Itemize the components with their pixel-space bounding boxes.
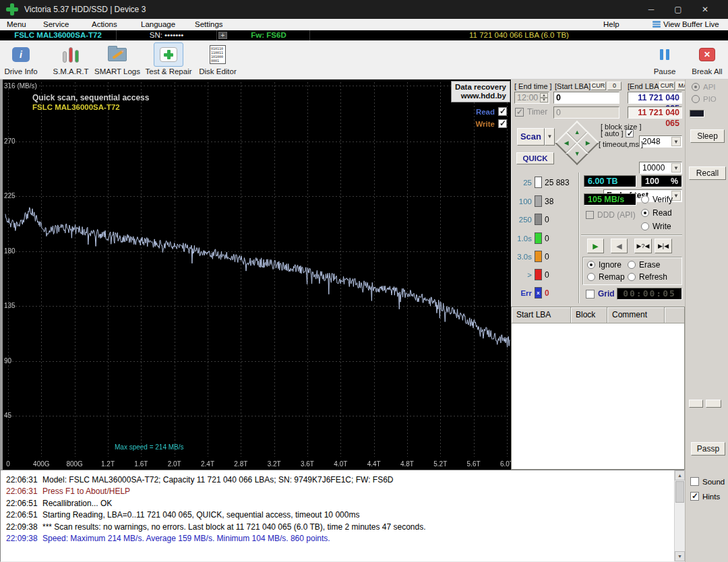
table-header-comment[interactable]: Comment <box>607 307 665 323</box>
seek-end-button[interactable]: ▶|◀ <box>655 239 672 253</box>
timer-checkbox[interactable] <box>515 108 524 117</box>
smart-button[interactable]: S.M.A.R.T <box>49 42 93 75</box>
verify-row: Verify <box>641 195 673 204</box>
quick-button[interactable]: QUICK <box>516 152 554 164</box>
bucket-swatch <box>535 269 542 280</box>
bucket-row: 10038 <box>514 195 553 207</box>
title-bar: Victoria 5.37 HDD/SSD | Device 3 ─ ▢ ✕ <box>0 0 728 19</box>
start-lba-zero-button[interactable]: 0 <box>607 82 621 90</box>
binary-page-icon: 010110 110011 101000 0001 <box>210 45 226 64</box>
timeout-select[interactable]: 10000▼ <box>639 162 682 174</box>
start-lba-cur-button[interactable]: CUR <box>590 82 606 90</box>
play-button[interactable]: ▶ <box>587 239 604 253</box>
passp-button[interactable]: Passp <box>691 442 725 456</box>
bucket-row: 1.0s0 <box>514 232 549 244</box>
menu-item-service[interactable]: Service <box>43 20 69 30</box>
timer-input[interactable]: 0 <box>553 106 619 119</box>
sleep-button[interactable]: Sleep <box>690 129 725 143</box>
device-serial: SN: ••••••• <box>117 30 217 40</box>
pio-radio[interactable] <box>692 95 700 103</box>
bucket-row: 2525 883 <box>514 177 570 188</box>
defect-table[interactable]: Start LBA Block Comment <box>511 307 685 470</box>
speed-lcd: 105 MB/s <box>584 193 636 206</box>
drive-info-button[interactable]: i Drive Info <box>1 42 40 75</box>
menu-item-menu[interactable]: Menu <box>7 20 26 30</box>
scroll-up-icon[interactable]: ▲ <box>675 470 685 480</box>
bucket-row: 2500 <box>514 214 549 225</box>
grid-row: Grid <box>586 289 615 299</box>
end-lba-field[interactable]: 11 721 040 065 <box>628 92 682 104</box>
smart-icon <box>63 46 79 63</box>
scroll-down-icon[interactable]: ▼ <box>675 551 685 561</box>
mini-button-1[interactable] <box>689 400 703 408</box>
end-time-spinner[interactable]: 12:00 ▲ ▼ <box>514 92 549 104</box>
erase-radio[interactable] <box>628 261 636 269</box>
show-serial-button[interactable]: + <box>218 32 227 39</box>
log-panel[interactable]: 22:06:31Model: FSLC MAL36000SA-T72; Capa… <box>0 470 685 562</box>
bucket-swatch <box>535 177 542 188</box>
end-lba-cur-button[interactable]: CUR <box>659 82 675 90</box>
spinner-down-icon[interactable]: ▼ <box>540 98 548 102</box>
graph-title: Quick scan, sequential access <box>32 93 149 102</box>
menu-item-language[interactable]: Language <box>141 20 175 30</box>
bucket-row: 3.0s0 <box>514 251 549 262</box>
read-checkbox[interactable] <box>498 107 507 116</box>
break-all-button[interactable]: ✕ Break All <box>688 42 727 75</box>
end-lba-label: [End LBA] <box>628 82 661 90</box>
table-header-start-lba[interactable]: Start LBA <box>512 307 571 323</box>
stats-divider <box>578 173 580 303</box>
disk-editor-button[interactable]: 010110 110011 101000 0001 Disk Editor <box>197 42 239 75</box>
scan-button[interactable]: Scan <box>517 128 545 146</box>
minimize-button[interactable]: ─ <box>638 0 665 19</box>
bucket-swatch <box>535 232 542 244</box>
block-size-select[interactable]: 2048▼ <box>639 135 682 148</box>
ignore-radio[interactable] <box>587 261 595 269</box>
scan-dropdown-button[interactable]: ▼ <box>545 128 555 146</box>
menu-item-actions[interactable]: Actions <box>92 20 117 30</box>
bucket-swatch <box>535 214 542 225</box>
auto-row: [ auto ] <box>601 129 634 137</box>
write-checkbox[interactable] <box>498 119 507 128</box>
write-row: Write <box>641 222 671 231</box>
view-buffer-live[interactable]: View Buffer Live <box>653 20 719 30</box>
timer-row: Timer <box>515 107 547 117</box>
menu-item-settings[interactable]: Settings <box>195 20 223 30</box>
api-radio[interactable] <box>692 83 700 91</box>
app-icon <box>6 3 18 15</box>
recall-button[interactable]: Recall <box>689 166 726 180</box>
log-line: 22:06:31Press F1 to About/HELP <box>1 486 668 497</box>
spinner-up-icon[interactable]: ▲ <box>540 93 548 98</box>
legend-write: Write <box>475 119 507 128</box>
chevron-down-icon: ▼ <box>671 137 681 146</box>
close-button[interactable]: ✕ <box>692 0 719 19</box>
remap-radio[interactable] <box>587 273 595 281</box>
auto-checkbox[interactable] <box>626 129 634 137</box>
pause-icon <box>660 49 669 60</box>
verify-radio[interactable] <box>641 195 649 204</box>
timeout-label: [ timeout,ms ] <box>599 140 643 148</box>
test-repair-button[interactable]: Test & Repair <box>140 42 197 75</box>
maximize-button[interactable]: ▢ <box>665 0 692 19</box>
step-back-button[interactable]: ◀ <box>611 239 628 253</box>
capacity-lcd: 6.00 TB <box>584 175 636 187</box>
smart-logs-button[interactable]: SMART Logs <box>93 42 142 75</box>
read-radio[interactable] <box>641 209 649 217</box>
menu-item-help[interactable]: Help <box>603 20 619 30</box>
start-lba-input[interactable]: 0 <box>553 92 619 104</box>
log-line: 22:09:38Speed: Maximum 214 MB/s. Average… <box>1 533 668 544</box>
device-info-bar: FSLC MAL36000SA-T72 SN: ••••••• + Fw: FS… <box>0 30 728 40</box>
refresh-radio[interactable] <box>628 273 636 281</box>
pause-button[interactable]: Pause <box>646 42 684 75</box>
log-scrollbar[interactable]: ▲ ▼ <box>674 470 684 561</box>
mini-button-2[interactable] <box>706 400 721 408</box>
hints-checkbox[interactable] <box>690 492 699 501</box>
ddd-api-checkbox[interactable] <box>586 211 594 219</box>
seek-error-button[interactable]: ▶?◀ <box>634 239 652 253</box>
grid-checkbox[interactable] <box>586 290 595 299</box>
table-header-block[interactable]: Block <box>571 307 607 323</box>
side-column <box>685 80 728 562</box>
write-radio[interactable] <box>641 222 649 230</box>
elapsed-time-display: 00:00:05 <box>617 288 682 300</box>
sound-checkbox[interactable] <box>690 477 699 486</box>
scrollbar-thumb[interactable] <box>675 481 684 503</box>
